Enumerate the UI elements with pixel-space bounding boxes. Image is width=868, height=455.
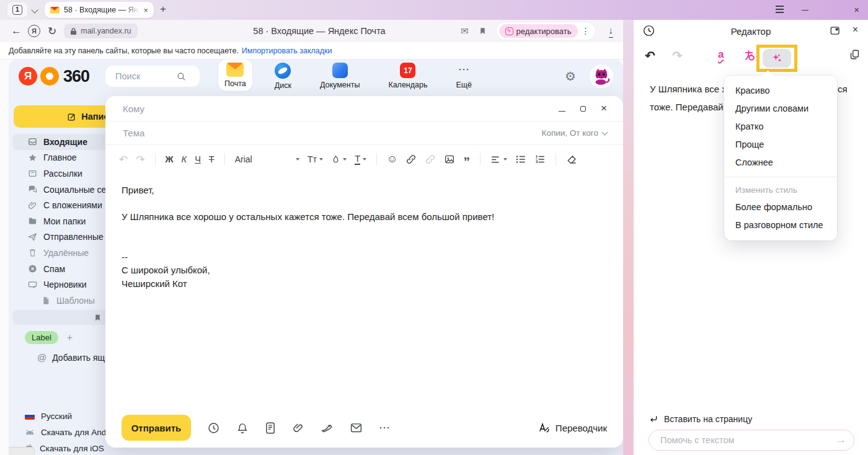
app-calendar-label: Календарь [388,81,427,89]
star-icon [27,152,38,163]
ai-prompt-input[interactable] [659,435,836,446]
submit-arrow-icon[interactable]: → [836,434,846,446]
menu-item-simplify[interactable]: Проще [724,136,837,154]
label-chip[interactable]: Label [25,331,58,344]
link-icon[interactable] [405,154,417,165]
calendar-app-icon: 17 [400,63,415,78]
tray-icon [27,168,38,179]
menu-item-shorten[interactable]: Кратко [724,118,837,136]
ai-sparkles-button-highlight [756,45,797,72]
ai-sparkles-button[interactable] [763,49,791,68]
redo-icon[interactable]: ↷ [136,153,144,166]
compose-close-icon[interactable]: × [601,102,607,115]
bullet-list-icon[interactable] [515,154,526,164]
edit-button[interactable]: ✎ редактировать [499,24,578,38]
chat-bubbles-icon [27,184,38,195]
active-tab[interactable]: 58 · Входящие — Яндекс Почта × [45,2,154,18]
sparkles-icon [771,52,783,64]
editor-undo-icon[interactable]: ↶ [645,48,655,63]
menu-item-rephrase[interactable]: Другими словами [724,100,837,118]
import-bookmarks-link[interactable]: Импортировать закладки [242,46,332,55]
window-close-icon[interactable]: × [854,5,859,15]
quote-icon[interactable]: ” [463,154,470,165]
more-actions-icon[interactable]: ⋯ [379,421,391,435]
page-title: 58 · Входящие — Яндекс Почта [186,26,453,36]
schedule-send-icon[interactable] [207,422,220,435]
compose-pencil-icon [67,112,76,121]
attach-file-icon[interactable] [292,422,304,435]
tab-counter-button[interactable]: 1 [7,2,27,17]
app-calendar[interactable]: 17 Календарь [382,60,433,92]
attach-from-mail-icon[interactable] [350,422,363,433]
align-select[interactable] [490,155,507,164]
yandex-360-logo[interactable]: Я 360 [19,67,89,86]
italic-button[interactable]: К [182,154,187,164]
new-tab-button[interactable]: + [160,3,166,15]
clear-format-eraser-icon[interactable] [566,154,578,165]
downloads-icon[interactable]: ↓ [609,25,614,38]
search-input[interactable] [114,71,176,82]
undo-icon[interactable]: ↶ [119,153,128,166]
add-mailbox-label: Добавить ящик [52,353,113,363]
attach-from-disk-icon[interactable] [321,422,334,434]
numbered-list-icon[interactable] [534,154,546,164]
reload-icon[interactable]: ↻ [48,25,56,38]
app-docs[interactable]: Документы [314,60,366,92]
bold-button[interactable]: Ж [166,154,174,164]
window-minimize-icon[interactable] [802,5,808,11]
subject-field[interactable] [122,127,542,139]
editor-redo-icon[interactable]: ↷ [672,48,683,63]
cheshire-cat-avatar [591,66,612,87]
panel-divider[interactable] [623,20,634,455]
reminder-bell-icon[interactable] [236,422,249,435]
tabs-dropdown-icon[interactable] [31,6,38,13]
translator-button[interactable]: Переводчик [538,422,607,434]
tab-close-icon[interactable]: × [143,6,148,15]
yandex-extension-icon[interactable]: Я [28,25,40,37]
cc-from-toggle[interactable]: Копии, От кого [542,128,607,138]
translate-icon[interactable] [743,48,756,62]
compose-maximize-icon[interactable] [580,106,586,112]
strikethrough-button[interactable]: Т [209,154,215,164]
spellcheck-icon[interactable]: a [718,48,724,61]
bookmark-icon[interactable] [479,26,487,36]
cc-from-label: Копии, От кого [542,128,598,138]
app-mail[interactable]: Почта [218,60,252,91]
menu-item-conversational[interactable]: В разговорном стиле [724,216,837,234]
text-color-select[interactable]: Т [355,154,366,165]
insert-on-page-button[interactable]: Вставить на страницу [649,414,752,424]
font-family-select[interactable]: Arial [235,154,299,164]
message-body[interactable]: Привет, У Шляпника все хорошо у остальны… [105,174,623,290]
font-size-select[interactable]: Tт [308,154,324,164]
address-bar[interactable]: mail.yandex.ru [64,24,137,38]
to-field[interactable] [122,103,559,115]
unlink-icon[interactable] [425,154,436,165]
editor-panel-close-icon[interactable]: × [852,24,858,35]
edit-extension-group: ✎ редактировать ⋮ [497,22,595,40]
back-icon[interactable]: ← [11,25,22,37]
search-box[interactable] [105,66,200,87]
settings-gear-icon[interactable]: ⚙ [565,69,576,84]
browser-menu-icon[interactable] [776,9,784,10]
more-options-icon[interactable]: ⋮ [582,26,590,36]
send-button[interactable]: Отправить [122,415,191,441]
menu-item-beautify[interactable]: Красиво [724,82,837,100]
chevron-down-icon [296,158,299,161]
drafts-icon [27,280,38,290]
menu-item-complexify[interactable]: Сложнее [724,154,837,172]
add-label-button[interactable]: + [67,332,73,343]
app-more[interactable]: ⋯ Ещё [450,60,478,92]
user-avatar[interactable] [590,64,613,88]
template-icon[interactable] [265,422,276,435]
open-in-window-icon[interactable] [830,25,841,36]
menu-item-more-formal[interactable]: Более формально [724,198,837,216]
add-mailbox-button[interactable]: @ Добавить ящик [37,352,113,363]
compose-minimize-icon[interactable] [559,106,565,112]
copy-icon[interactable] [849,48,861,61]
highlight-color-select[interactable] [331,154,347,164]
mail-notification-icon[interactable]: ✉ [461,25,469,37]
app-disk[interactable]: Диск [268,60,298,93]
insert-image-icon[interactable] [444,154,455,165]
underline-button[interactable]: Ч [195,154,201,164]
emoji-icon[interactable]: ☺ [387,153,397,166]
